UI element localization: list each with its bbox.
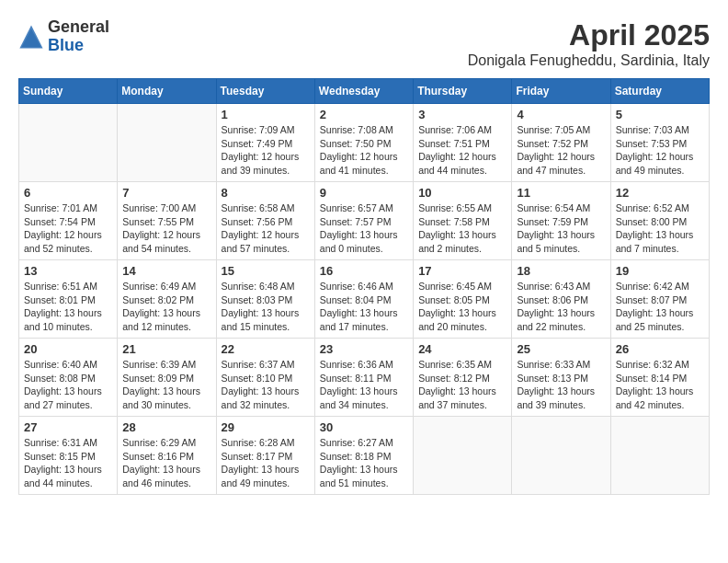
logo-icon bbox=[18, 24, 44, 50]
day-info: Sunrise: 6:54 AM Sunset: 7:59 PM Dayligh… bbox=[517, 201, 605, 256]
day-number: 10 bbox=[418, 186, 506, 200]
day-number: 15 bbox=[222, 264, 310, 278]
calendar-cell bbox=[512, 417, 610, 495]
calendar-cell bbox=[610, 417, 709, 495]
day-info: Sunrise: 7:00 AM Sunset: 7:55 PM Dayligh… bbox=[122, 201, 210, 256]
day-info: Sunrise: 6:31 AM Sunset: 8:15 PM Dayligh… bbox=[24, 436, 112, 490]
day-number: 12 bbox=[616, 186, 704, 200]
calendar-table: SundayMondayTuesdayWednesdayThursdayFrid… bbox=[18, 78, 710, 495]
calendar-cell: 19Sunrise: 6:42 AM Sunset: 8:07 PM Dayli… bbox=[610, 260, 709, 339]
day-number: 27 bbox=[24, 420, 112, 434]
day-info: Sunrise: 6:39 AM Sunset: 8:09 PM Dayligh… bbox=[122, 358, 210, 412]
calendar-cell: 16Sunrise: 6:46 AM Sunset: 8:04 PM Dayli… bbox=[314, 260, 413, 339]
day-info: Sunrise: 6:51 AM Sunset: 8:01 PM Dayligh… bbox=[24, 280, 112, 334]
calendar-cell: 30Sunrise: 6:27 AM Sunset: 8:18 PM Dayli… bbox=[314, 417, 413, 495]
weekday-header-row: SundayMondayTuesdayWednesdayThursdayFrid… bbox=[19, 79, 710, 104]
day-number: 3 bbox=[418, 108, 506, 121]
day-info: Sunrise: 7:01 AM Sunset: 7:54 PM Dayligh… bbox=[24, 201, 112, 256]
week-row: 27Sunrise: 6:31 AM Sunset: 8:15 PM Dayli… bbox=[19, 417, 710, 495]
weekday-header: Sunday bbox=[19, 79, 118, 104]
day-info: Sunrise: 6:46 AM Sunset: 8:04 PM Dayligh… bbox=[320, 280, 408, 334]
day-number: 24 bbox=[418, 342, 506, 356]
day-number: 5 bbox=[616, 108, 704, 121]
day-info: Sunrise: 6:57 AM Sunset: 7:57 PM Dayligh… bbox=[320, 201, 408, 256]
calendar-cell: 13Sunrise: 6:51 AM Sunset: 8:01 PM Dayli… bbox=[19, 260, 118, 339]
calendar-cell: 22Sunrise: 6:37 AM Sunset: 8:10 PM Dayli… bbox=[216, 339, 314, 417]
calendar-cell: 27Sunrise: 6:31 AM Sunset: 8:15 PM Dayli… bbox=[19, 417, 118, 495]
week-row: 20Sunrise: 6:40 AM Sunset: 8:08 PM Dayli… bbox=[19, 339, 710, 417]
day-info: Sunrise: 6:27 AM Sunset: 8:18 PM Dayligh… bbox=[320, 436, 408, 490]
day-info: Sunrise: 7:09 AM Sunset: 7:49 PM Dayligh… bbox=[222, 123, 310, 178]
day-number: 22 bbox=[222, 342, 310, 356]
calendar-cell: 29Sunrise: 6:28 AM Sunset: 8:17 PM Dayli… bbox=[216, 417, 314, 495]
day-number: 17 bbox=[418, 264, 506, 278]
calendar-cell: 18Sunrise: 6:43 AM Sunset: 8:06 PM Dayli… bbox=[512, 260, 610, 339]
calendar-cell: 26Sunrise: 6:32 AM Sunset: 8:14 PM Dayli… bbox=[610, 339, 709, 417]
day-number: 29 bbox=[222, 420, 310, 434]
week-row: 1Sunrise: 7:09 AM Sunset: 7:49 PM Daylig… bbox=[19, 104, 710, 182]
day-number: 26 bbox=[616, 342, 704, 356]
day-info: Sunrise: 6:36 AM Sunset: 8:11 PM Dayligh… bbox=[320, 358, 408, 412]
calendar-cell bbox=[118, 104, 216, 182]
calendar-cell: 11Sunrise: 6:54 AM Sunset: 7:59 PM Dayli… bbox=[512, 182, 610, 260]
day-info: Sunrise: 6:37 AM Sunset: 8:10 PM Dayligh… bbox=[222, 358, 310, 412]
logo-text: General Blue bbox=[48, 18, 109, 55]
day-number: 18 bbox=[517, 264, 605, 278]
day-number: 9 bbox=[320, 186, 408, 200]
day-number: 25 bbox=[517, 342, 605, 356]
logo-general: General bbox=[48, 17, 109, 36]
day-number: 4 bbox=[517, 108, 605, 121]
calendar-cell: 7Sunrise: 7:00 AM Sunset: 7:55 PM Daylig… bbox=[118, 182, 216, 260]
calendar-cell: 12Sunrise: 6:52 AM Sunset: 8:00 PM Dayli… bbox=[610, 182, 709, 260]
location-title: Donigala Fenugheddu, Sardinia, Italy bbox=[468, 52, 710, 69]
day-info: Sunrise: 7:05 AM Sunset: 7:52 PM Dayligh… bbox=[517, 123, 605, 178]
day-info: Sunrise: 6:48 AM Sunset: 8:03 PM Dayligh… bbox=[222, 280, 310, 334]
day-number: 6 bbox=[24, 186, 112, 200]
calendar-cell: 2Sunrise: 7:08 AM Sunset: 7:50 PM Daylig… bbox=[314, 104, 413, 182]
day-number: 20 bbox=[24, 342, 112, 356]
calendar-cell: 23Sunrise: 6:36 AM Sunset: 8:11 PM Dayli… bbox=[314, 339, 413, 417]
day-number: 7 bbox=[122, 186, 210, 200]
weekday-header: Saturday bbox=[610, 79, 709, 104]
weekday-header: Thursday bbox=[414, 79, 512, 104]
day-info: Sunrise: 6:52 AM Sunset: 8:00 PM Dayligh… bbox=[616, 201, 704, 256]
calendar-cell: 9Sunrise: 6:57 AM Sunset: 7:57 PM Daylig… bbox=[314, 182, 413, 260]
week-row: 13Sunrise: 6:51 AM Sunset: 8:01 PM Dayli… bbox=[19, 260, 710, 339]
day-number: 19 bbox=[616, 264, 704, 278]
day-info: Sunrise: 7:06 AM Sunset: 7:51 PM Dayligh… bbox=[418, 123, 506, 178]
logo: General Blue bbox=[18, 18, 109, 55]
calendar-cell: 25Sunrise: 6:33 AM Sunset: 8:13 PM Dayli… bbox=[512, 339, 610, 417]
weekday-header: Friday bbox=[512, 79, 610, 104]
calendar-cell: 6Sunrise: 7:01 AM Sunset: 7:54 PM Daylig… bbox=[19, 182, 118, 260]
calendar-cell: 4Sunrise: 7:05 AM Sunset: 7:52 PM Daylig… bbox=[512, 104, 610, 182]
day-info: Sunrise: 6:33 AM Sunset: 8:13 PM Dayligh… bbox=[517, 358, 605, 412]
weekday-header: Wednesday bbox=[314, 79, 413, 104]
day-info: Sunrise: 6:29 AM Sunset: 8:16 PM Dayligh… bbox=[122, 436, 210, 490]
week-row: 6Sunrise: 7:01 AM Sunset: 7:54 PM Daylig… bbox=[19, 182, 710, 260]
calendar-cell: 21Sunrise: 6:39 AM Sunset: 8:09 PM Dayli… bbox=[118, 339, 216, 417]
day-number: 2 bbox=[320, 108, 408, 121]
calendar-cell: 10Sunrise: 6:55 AM Sunset: 7:58 PM Dayli… bbox=[414, 182, 512, 260]
day-info: Sunrise: 6:43 AM Sunset: 8:06 PM Dayligh… bbox=[517, 280, 605, 334]
day-info: Sunrise: 6:58 AM Sunset: 7:56 PM Dayligh… bbox=[222, 201, 310, 256]
calendar-cell: 20Sunrise: 6:40 AM Sunset: 8:08 PM Dayli… bbox=[19, 339, 118, 417]
day-info: Sunrise: 6:49 AM Sunset: 8:02 PM Dayligh… bbox=[122, 280, 210, 334]
calendar-cell: 15Sunrise: 6:48 AM Sunset: 8:03 PM Dayli… bbox=[216, 260, 314, 339]
day-info: Sunrise: 6:42 AM Sunset: 8:07 PM Dayligh… bbox=[616, 280, 704, 334]
day-info: Sunrise: 6:40 AM Sunset: 8:08 PM Dayligh… bbox=[24, 358, 112, 412]
calendar-cell: 24Sunrise: 6:35 AM Sunset: 8:12 PM Dayli… bbox=[414, 339, 512, 417]
day-info: Sunrise: 6:35 AM Sunset: 8:12 PM Dayligh… bbox=[418, 358, 506, 412]
calendar-cell: 14Sunrise: 6:49 AM Sunset: 8:02 PM Dayli… bbox=[118, 260, 216, 339]
day-number: 16 bbox=[320, 264, 408, 278]
day-info: Sunrise: 6:32 AM Sunset: 8:14 PM Dayligh… bbox=[616, 358, 704, 412]
weekday-header: Tuesday bbox=[216, 79, 314, 104]
calendar-cell: 28Sunrise: 6:29 AM Sunset: 8:16 PM Dayli… bbox=[118, 417, 216, 495]
day-number: 13 bbox=[24, 264, 112, 278]
calendar-cell: 17Sunrise: 6:45 AM Sunset: 8:05 PM Dayli… bbox=[414, 260, 512, 339]
day-number: 28 bbox=[122, 420, 210, 434]
day-info: Sunrise: 6:55 AM Sunset: 7:58 PM Dayligh… bbox=[418, 201, 506, 256]
calendar-cell: 8Sunrise: 6:58 AM Sunset: 7:56 PM Daylig… bbox=[216, 182, 314, 260]
day-number: 1 bbox=[222, 108, 310, 121]
day-info: Sunrise: 6:45 AM Sunset: 8:05 PM Dayligh… bbox=[418, 280, 506, 334]
svg-marker-1 bbox=[22, 29, 41, 47]
